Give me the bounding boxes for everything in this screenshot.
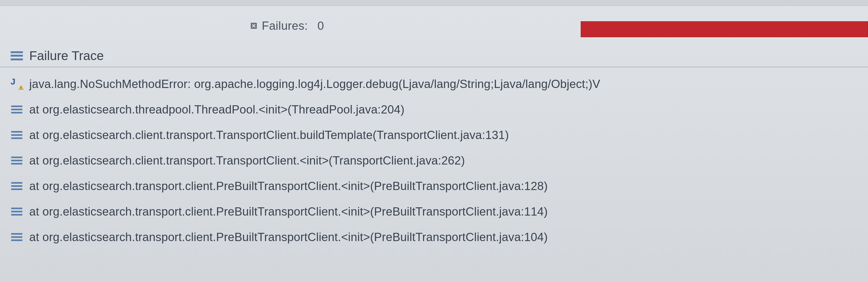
test-status-row: Failures: 0 xyxy=(0,6,868,46)
trace-frame-row[interactable]: at org.elasticsearch.transport.client.Pr… xyxy=(11,200,857,223)
trace-frame-row[interactable]: at org.elasticsearch.transport.client.Pr… xyxy=(11,174,857,198)
stack-frame-icon xyxy=(11,231,23,243)
failure-trace-list: J java.lang.NoSuchMethodError: org.apach… xyxy=(0,67,868,282)
svg-rect-2 xyxy=(21,89,21,89)
trace-frame-text: at org.elasticsearch.transport.client.Pr… xyxy=(29,205,548,218)
trace-exception-text: java.lang.NoSuchMethodError: org.apache.… xyxy=(29,77,600,91)
stack-frame-icon xyxy=(11,103,23,116)
trace-frame-text: at org.elasticsearch.transport.client.Pr… xyxy=(29,179,548,193)
svg-rect-1 xyxy=(21,86,21,88)
trace-frame-text: at org.elasticsearch.client.transport.Tr… xyxy=(29,128,509,142)
failure-trace-title: Failure Trace xyxy=(29,48,104,63)
failures-icon xyxy=(250,22,257,30)
trace-frame-text: at org.elasticsearch.transport.client.Pr… xyxy=(29,231,548,244)
trace-frame-row[interactable]: at org.elasticsearch.client.transport.Tr… xyxy=(11,123,857,147)
top-border-strip xyxy=(0,0,868,6)
trace-frame-text: at org.elasticsearch.client.transport.Tr… xyxy=(29,154,465,167)
trace-frame-row[interactable]: at org.elasticsearch.threadpool.ThreadPo… xyxy=(11,98,857,121)
stack-frame-icon xyxy=(11,206,23,218)
trace-frame-row[interactable]: at org.elasticsearch.transport.client.Pr… xyxy=(11,225,857,249)
junit-view: Failures: 0 Failure Trace J java.lang.No… xyxy=(0,0,868,282)
java-exception-icon: J xyxy=(11,78,23,90)
trace-frame-row[interactable]: at org.elasticsearch.client.transport.Tr… xyxy=(11,149,857,173)
failures-label: Failures: xyxy=(262,19,308,32)
stack-frame-icon xyxy=(11,180,23,192)
stack-trace-icon xyxy=(11,51,23,60)
trace-frame-text: at org.elasticsearch.threadpool.ThreadPo… xyxy=(29,103,405,116)
stack-frame-icon xyxy=(11,154,23,167)
test-progress-bar xyxy=(581,21,868,37)
stack-frame-icon xyxy=(11,129,23,141)
trace-exception-row[interactable]: J java.lang.NoSuchMethodError: org.apach… xyxy=(11,72,857,96)
failure-trace-header: Failure Trace xyxy=(0,46,868,67)
failures-count: 0 xyxy=(317,19,324,32)
